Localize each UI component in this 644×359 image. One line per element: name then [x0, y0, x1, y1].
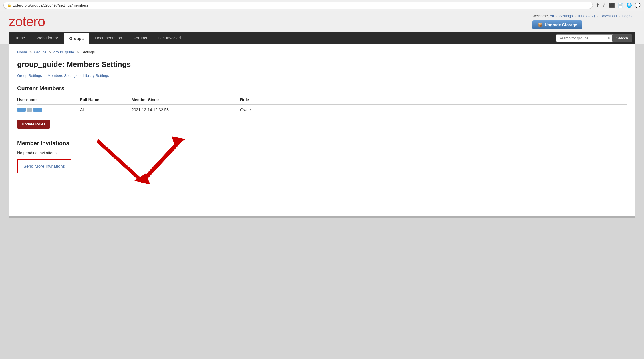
- tab-members-settings[interactable]: Members Settings: [47, 73, 77, 78]
- nav-search-area: ✕ Search: [553, 32, 635, 44]
- username-link[interactable]: Ali: [550, 14, 554, 18]
- annotation-area: Send More Invitations: [17, 159, 627, 179]
- no-pending-text: No pending invitations.: [17, 151, 627, 155]
- svg-marker-2: [134, 173, 150, 184]
- page-wrapper: zotero Welcome, Ali · Settings · Inbox (…: [0, 11, 644, 359]
- upgrade-icon: 📦: [538, 23, 542, 27]
- members-table: Username Full Name Member Since Role: [17, 96, 627, 115]
- logout-link[interactable]: Log Out: [622, 14, 635, 18]
- share-icon[interactable]: ⬆: [596, 3, 599, 8]
- upgrade-label: Upgrade Storage: [545, 23, 577, 27]
- nav-groups[interactable]: Groups: [64, 33, 90, 44]
- breadcrumb-groups[interactable]: Groups: [34, 50, 47, 54]
- upgrade-storage-button[interactable]: 📦 Upgrade Storage: [532, 20, 582, 29]
- header-top: zotero Welcome, Ali · Settings · Inbox (…: [9, 14, 635, 32]
- update-roles-button[interactable]: Update Roles: [17, 120, 50, 129]
- url-text: zotero.org/groups/5280497/settings/membe…: [13, 3, 88, 7]
- username-bars: [17, 108, 78, 112]
- inbox-link[interactable]: Inbox (82): [578, 14, 595, 18]
- lock-icon: 🔒: [7, 3, 11, 7]
- nav-documentation[interactable]: Documentation: [89, 32, 128, 44]
- browser-chrome: 🔒 zotero.org/groups/5280497/settings/mem…: [0, 0, 644, 11]
- col-header-role: Role: [240, 96, 627, 105]
- username-cell: [17, 105, 80, 115]
- ext-icon-2[interactable]: 📄: [618, 3, 623, 8]
- username-bar-2: [27, 108, 32, 112]
- col-header-username: Username: [17, 96, 80, 105]
- nav-home[interactable]: Home: [9, 32, 31, 44]
- role-cell: Owner: [240, 105, 627, 115]
- username-bar-1: [17, 108, 26, 112]
- invitations-heading: Member Invitations: [17, 140, 627, 147]
- breadcrumb: Home > Groups > group_guide > Settings: [17, 50, 627, 54]
- site-logo: zotero: [9, 14, 45, 29]
- svg-line-1: [97, 141, 143, 182]
- settings-tabs: Group Settings · Members Settings · Libr…: [17, 73, 627, 78]
- tab-library-settings[interactable]: Library Settings: [83, 73, 109, 78]
- ext-icon-3[interactable]: 🌐: [626, 3, 632, 8]
- fullname-cell: Ali: [80, 105, 132, 115]
- invitations-section: Member Invitations No pending invitation…: [17, 140, 627, 179]
- star-icon[interactable]: ☆: [602, 3, 606, 8]
- breadcrumb-group-name[interactable]: group_guide: [53, 50, 74, 54]
- tab-group-settings[interactable]: Group Settings: [17, 73, 42, 78]
- download-link[interactable]: Download: [600, 14, 617, 18]
- breadcrumb-current: Settings: [81, 50, 95, 54]
- content-wrapper: Home > Groups > group_guide > Settings g…: [9, 44, 635, 216]
- address-bar: 🔒 zotero.org/groups/5280497/settings/mem…: [3, 2, 593, 9]
- nav-web-library[interactable]: Web Library: [31, 32, 63, 44]
- col-header-since: Member Since: [132, 96, 240, 105]
- ext-icon-1[interactable]: ⬛: [609, 3, 615, 8]
- main-nav: Home Web Library Groups Documentation Fo…: [9, 32, 635, 44]
- welcome-text: Welcome,: [532, 14, 549, 18]
- page-footer: [9, 216, 635, 218]
- current-members-heading: Current Members: [17, 85, 627, 92]
- header-right: Welcome, Ali · Settings · Inbox (82) · D…: [532, 14, 635, 29]
- member-since-cell: 2021-12-14 12:32:58: [132, 105, 240, 115]
- username-bar-3: [33, 108, 42, 112]
- logo-z: z: [9, 14, 15, 29]
- search-button[interactable]: Search: [612, 34, 632, 42]
- send-more-invitations-link[interactable]: Send More Invitations: [23, 164, 65, 169]
- ext-icon-4[interactable]: 💬: [635, 3, 641, 8]
- settings-link[interactable]: Settings: [559, 14, 573, 18]
- breadcrumb-home[interactable]: Home: [17, 50, 27, 54]
- logo-rest: otero: [15, 14, 45, 29]
- nav-get-involved[interactable]: Get Involved: [153, 32, 187, 44]
- welcome-bar: Welcome, Ali · Settings · Inbox (82) · D…: [532, 14, 635, 18]
- nav-links: Home Web Library Groups Documentation Fo…: [9, 32, 553, 44]
- page-title: group_guide: Members Settings: [17, 60, 627, 69]
- table-row: Ali 2021-12-14 12:32:58 Owner: [17, 105, 627, 115]
- browser-icons: ⬆ ☆ ⬛ 📄 🌐 💬: [596, 3, 641, 8]
- nav-forums[interactable]: Forums: [128, 32, 153, 44]
- site-header: zotero Welcome, Ali · Settings · Inbox (…: [0, 11, 644, 44]
- send-invitations-box: Send More Invitations: [17, 159, 71, 173]
- col-header-fullname: Full Name: [80, 96, 132, 105]
- search-groups-input[interactable]: [556, 34, 613, 42]
- search-clear-icon[interactable]: ✕: [607, 36, 611, 40]
